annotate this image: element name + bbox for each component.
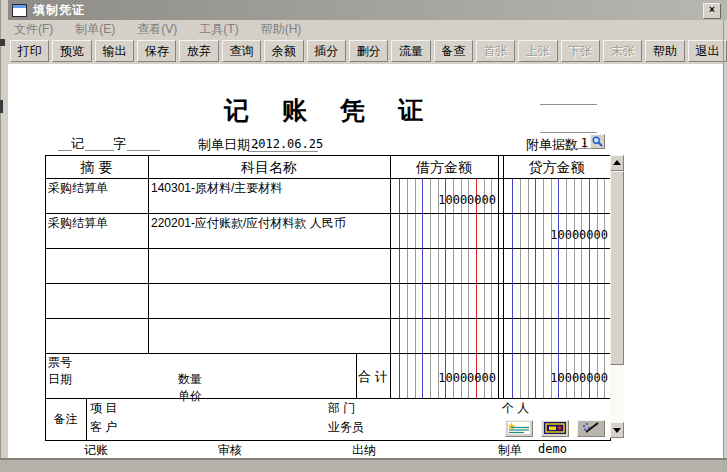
- desktop-artifact: [0, 39, 5, 46]
- row1-debit-cell[interactable]: 10000000: [391, 190, 496, 210]
- save-button[interactable]: 保存: [137, 40, 176, 62]
- attach-count-underline: [565, 148, 590, 149]
- note-tool-button[interactable]: [505, 420, 533, 437]
- header-account: 科目名称: [148, 157, 390, 177]
- window-titlebar[interactable]: 填制凭证 ×: [8, 0, 727, 20]
- grid-line: [45, 353, 610, 354]
- grid-line: [45, 440, 610, 441]
- ticket-date-label: 日期: [48, 372, 72, 386]
- magnifier-icon: [592, 136, 603, 147]
- insert-line-button[interactable]: 插分: [307, 40, 346, 62]
- customer-label[interactable]: 客 户: [90, 420, 117, 434]
- grid-line: [86, 398, 87, 440]
- triangle-up-icon: [613, 160, 621, 165]
- grid-line: [45, 398, 610, 399]
- help-button[interactable]: 帮助: [645, 40, 684, 62]
- balance-button[interactable]: 余额: [264, 40, 303, 62]
- wand-tool-button[interactable]: [577, 420, 605, 437]
- date-value[interactable]: 2012.06.25: [251, 138, 323, 151]
- grid-line: [503, 155, 504, 398]
- credit-ledger-ruling: [503, 178, 609, 398]
- grid-line: [45, 178, 610, 179]
- last-voucher-button: 末张: [603, 40, 642, 62]
- voucher-word-left: 记: [71, 137, 84, 150]
- scrollbar-up-button[interactable]: [610, 155, 624, 171]
- row2-summary-cell[interactable]: 采购结算单: [48, 216, 146, 230]
- grid-line: [45, 155, 610, 156]
- grid-line: [45, 318, 610, 319]
- scrollbar-thumb[interactable]: [610, 171, 624, 365]
- first-voucher-button: 首张: [476, 40, 515, 62]
- blank-field-line: [540, 132, 597, 133]
- voucher-word-underline2[interactable]: [127, 150, 160, 151]
- debit-ledger-ruling: [390, 178, 497, 398]
- window-right-border: [723, 20, 724, 458]
- exit-button[interactable]: 退出: [688, 40, 727, 62]
- print-button[interactable]: 打印: [10, 40, 49, 62]
- window-icon: [12, 4, 27, 17]
- display-tool-button[interactable]: [541, 420, 569, 437]
- preparer-value: demo: [538, 442, 567, 456]
- header-summary: 摘 要: [45, 157, 148, 177]
- menu-voucher[interactable]: 制单(E): [75, 21, 115, 38]
- app-screen: 填制凭证 × 文件(F) 制单(E) 查看(V) 工具(T) 帮助(H) 打印 …: [0, 0, 727, 472]
- price-label: 单价: [178, 389, 202, 403]
- query-button[interactable]: 查询: [222, 40, 261, 62]
- delete-line-button[interactable]: 删分: [349, 40, 388, 62]
- note-lines-icon: [508, 422, 530, 434]
- person-label[interactable]: 个 人: [502, 401, 529, 415]
- window-title: 填制凭证: [33, 2, 85, 19]
- bookkeeper-label: 记账: [84, 442, 108, 459]
- grid-line: [45, 248, 610, 249]
- voucher-word-right: 字: [113, 137, 126, 150]
- discard-button[interactable]: 放弃: [179, 40, 218, 62]
- screen-eq-icon: [544, 422, 566, 434]
- export-button[interactable]: 输出: [95, 40, 134, 62]
- next-voucher-button: 下张: [561, 40, 600, 62]
- menu-tools[interactable]: 工具(T): [199, 21, 238, 38]
- close-icon[interactable]: ×: [703, 3, 721, 19]
- attach-lookup-button[interactable]: [590, 134, 605, 149]
- scrollbar-down-button[interactable]: [610, 422, 624, 438]
- auditor-label: 审核: [218, 442, 242, 459]
- toolbar: 打印 预览 输出 保存 放弃 查询 余额 插分 删分 流量 备查 首张 上张 下…: [8, 38, 727, 64]
- row2-account-cell[interactable]: 220201-应付账款/应付材料款 人民币: [151, 216, 388, 230]
- menu-view[interactable]: 查看(V): [137, 21, 177, 38]
- salesman-label[interactable]: 业务员: [328, 420, 364, 434]
- total-credit-value: 10000000: [504, 368, 608, 388]
- desktop-artifact: [0, 100, 3, 113]
- reference-button[interactable]: 备查: [434, 40, 473, 62]
- row1-account-cell[interactable]: 140301-原材料/主要材料: [151, 181, 388, 195]
- project-label[interactable]: 项 目: [90, 401, 117, 415]
- grid-line: [45, 155, 46, 441]
- magic-wand-icon: [580, 422, 602, 434]
- ticket-no-label: 票号: [48, 355, 72, 369]
- grid-line: [498, 155, 499, 398]
- preparer-label: 制单: [498, 442, 522, 459]
- grid-line: [45, 283, 610, 284]
- window-bottom-strip: [0, 458, 727, 472]
- total-label: 合 计: [356, 370, 390, 384]
- grid-line: [45, 213, 610, 214]
- blank-field-line: [540, 104, 597, 105]
- qty-label: 数量: [178, 372, 202, 386]
- header-debit: 借方金额: [390, 157, 498, 177]
- grid-line: [148, 155, 149, 353]
- menu-bar: 文件(F) 制单(E) 查看(V) 工具(T) 帮助(H): [8, 20, 727, 38]
- header-credit: 贷方金额: [503, 157, 610, 177]
- voucher-word-underline[interactable]: [58, 150, 72, 151]
- prev-voucher-button: 上张: [518, 40, 557, 62]
- row1-summary-cell[interactable]: 采购结算单: [48, 181, 146, 195]
- menu-file[interactable]: 文件(F): [14, 21, 53, 38]
- cashflow-button[interactable]: 流量: [391, 40, 430, 62]
- voucher-title: 记 账 凭 证: [200, 94, 460, 127]
- preview-button[interactable]: 预览: [52, 40, 91, 62]
- date-underline: [248, 151, 318, 152]
- cashier-label: 出纳: [352, 442, 376, 459]
- row2-credit-cell[interactable]: 10000000: [504, 225, 608, 245]
- voucher-number-underline[interactable]: [85, 150, 114, 151]
- department-label[interactable]: 部 门: [328, 401, 355, 415]
- total-debit-value: 10000000: [391, 368, 496, 388]
- menu-help[interactable]: 帮助(H): [261, 21, 302, 38]
- triangle-down-icon: [613, 428, 621, 433]
